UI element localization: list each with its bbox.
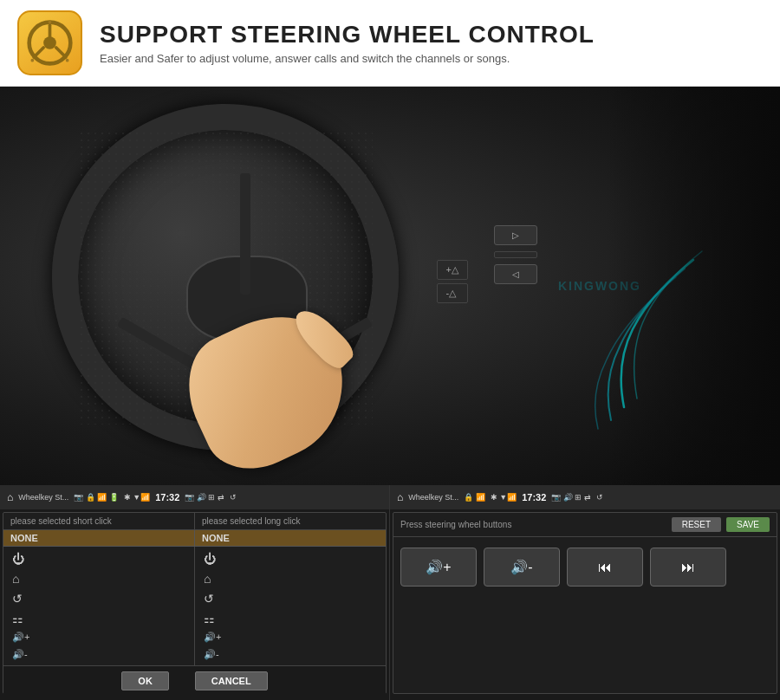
icon-power-long[interactable]: ⏻ <box>204 552 377 566</box>
icon-voldn-short[interactable]: 🔊- <box>12 649 185 660</box>
left-app-name: Wheelkey St... <box>18 493 68 502</box>
vol-down-button[interactable]: 🔊- <box>484 548 560 587</box>
hand <box>173 286 364 459</box>
icon-home-long[interactable]: ⌂ <box>204 572 377 586</box>
reset-button[interactable]: RESET <box>672 517 721 532</box>
svg-point-7 <box>66 59 69 62</box>
left-status-bar: ⌂ Wheelkey St... 📷 🔒 📶 🔋 ✱ ▼📶 17:32 📷 🔊 … <box>0 485 389 509</box>
left-panel: ⌂ Wheelkey St... 📷 🔒 📶 🔋 ✱ ▼📶 17:32 📷 🔊 … <box>0 485 390 700</box>
dark-edge <box>607 87 780 485</box>
right-none-label: NONE <box>195 530 386 546</box>
header-section: SUPPORT STEERING WHEEL CONTROL Easier an… <box>0 0 780 87</box>
vol-btn-minus: -△ <box>437 283 468 303</box>
icon-back-short[interactable]: ↺ <box>12 592 185 606</box>
wheel-ctrl-buttons: 🔊+ 🔊- ⏮ ⏭ <box>393 537 777 597</box>
icons-area: ⏻ ⌂ ↺ ⚏ 🔊+ 🔊- ⏻ ⌂ ↺ ⚏ 🔊+ 🔊- <box>3 547 386 665</box>
main-image: ▷ ◁ +△ -△ KINGWONG <box>0 87 780 485</box>
vol-btn-plus: +△ <box>437 260 468 280</box>
svg-line-4 <box>56 48 66 57</box>
svg-point-6 <box>31 59 35 62</box>
icon-volup-long[interactable]: 🔊+ <box>204 632 377 643</box>
icon-power-short[interactable]: ⏻ <box>12 552 185 566</box>
right-status-bar: ⌂ Wheelkey St... 🔒 📶 ✱ ▼📶 17:32 📷 🔊 ⊞ ⇄ … <box>390 485 780 509</box>
svg-line-3 <box>34 48 43 57</box>
vol-up-button[interactable]: 🔊+ <box>400 548 477 587</box>
left-dialog: please selected short click please selec… <box>3 512 387 694</box>
icon-voldn-long[interactable]: 🔊- <box>204 649 377 660</box>
long-click-icons: ⏻ ⌂ ↺ ⚏ 🔊+ 🔊- <box>195 547 386 665</box>
right-panel: ⌂ Wheelkey St... 🔒 📶 ✱ ▼📶 17:32 📷 🔊 ⊞ ⇄ … <box>390 485 780 700</box>
dialog-actions: OK CANCEL <box>3 665 386 696</box>
none-row: NONE NONE <box>3 530 386 547</box>
left-none-label: NONE <box>3 530 195 546</box>
steering-wheel-icon <box>26 19 74 67</box>
right-top-bar: Press steering wheel buttons RESET SAVE <box>393 513 777 537</box>
left-time: 17:32 <box>155 492 179 502</box>
app-icon <box>17 10 82 75</box>
icon-home-short[interactable]: ⌂ <box>12 572 185 586</box>
ui-panels: ⌂ Wheelkey St... 📷 🔒 📶 🔋 ✱ ▼📶 17:32 📷 🔊 … <box>0 485 780 700</box>
right-dialog: Press steering wheel buttons RESET SAVE … <box>393 512 777 694</box>
short-click-icons: ⏻ ⌂ ↺ ⚏ 🔊+ 🔊- <box>3 547 195 665</box>
header-text-block: SUPPORT STEERING WHEEL CONTROL Easier an… <box>100 21 763 65</box>
page-title: SUPPORT STEERING WHEEL CONTROL <box>100 21 763 49</box>
icon-grid-short[interactable]: ⚏ <box>12 612 185 625</box>
right-time: 17:32 <box>522 492 546 502</box>
page-subtitle: Easier and Safer to adjust volume, answe… <box>100 52 763 65</box>
prev-button[interactable]: ⏮ <box>567 548 643 587</box>
vol-buttons-group: +△ -△ <box>437 260 468 303</box>
save-button[interactable]: SAVE <box>726 517 770 532</box>
spoke-top <box>240 173 250 295</box>
icon-back-long[interactable]: ↺ <box>204 592 377 606</box>
svg-point-1 <box>43 36 56 49</box>
cancel-button[interactable]: CANCEL <box>195 671 268 690</box>
right-app-name: Wheelkey St... <box>408 493 458 502</box>
long-click-header: please selected long click <box>195 513 386 529</box>
ok-button[interactable]: OK <box>121 671 169 690</box>
icon-grid-long[interactable]: ⚏ <box>204 612 377 625</box>
press-label: Press steering wheel buttons <box>400 520 511 529</box>
next-button[interactable]: ⏭ <box>650 548 726 587</box>
svg-point-5 <box>49 21 52 24</box>
click-headers: please selected short click please selec… <box>3 513 386 530</box>
right-action-buttons: RESET SAVE <box>672 517 770 532</box>
short-click-header: please selected short click <box>3 513 195 529</box>
icon-volup-short[interactable]: 🔊+ <box>12 632 185 643</box>
